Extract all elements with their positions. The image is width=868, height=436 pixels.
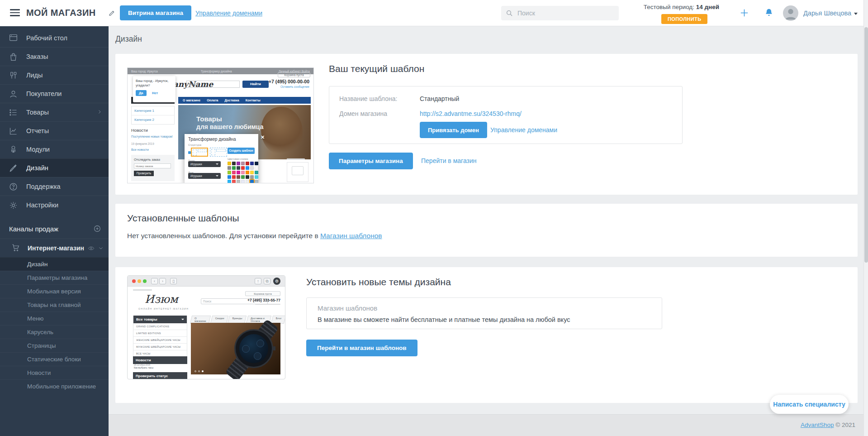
sidebar-item-orders[interactable]: Заказы — [0, 47, 109, 66]
sidebar-subitem-carousel[interactable]: Карусель — [0, 325, 109, 339]
demo-news-title: Новости — [131, 128, 148, 133]
color-swatch — [255, 180, 258, 183]
sidebar-item-label: Лиды — [26, 72, 43, 79]
demo-track-button: Проверить — [134, 171, 154, 176]
current-template-thumbnail[interactable]: Ваш город: Иркутск Трансформер дизайна Л… — [127, 67, 314, 183]
color-scheme-label: Цветовая схема: — [228, 158, 249, 160]
hamburger-menu-icon[interactable] — [10, 9, 20, 17]
color-swatch — [241, 175, 245, 179]
text-bar — [133, 289, 152, 291]
template-name-label: Название шаблона: — [339, 95, 397, 102]
template-store-link[interactable]: Магазин шаблонов — [320, 232, 382, 240]
sidebar-subitem-design[interactable]: Дизайн — [0, 257, 109, 271]
sidebar-subitem-store-params[interactable]: Параметры магазина — [0, 271, 109, 284]
page-title: Дизайн — [115, 34, 142, 44]
channel-label: Интернет-магазин — [28, 244, 84, 252]
edit-pencil-icon[interactable] — [109, 9, 116, 19]
sidebar-subitem-menu[interactable]: Меню — [0, 311, 109, 325]
forward-icon: › — [159, 278, 166, 284]
bind-domain-button[interactable]: Привязать домен — [420, 122, 487, 138]
sidebar-item-customers[interactable]: Покупатели — [0, 84, 109, 103]
demo-news-link: Поступление новых товаров! — [131, 134, 173, 139]
sidebar-item-leads[interactable]: Лиды — [0, 66, 109, 84]
page-scrollbar[interactable] — [863, 0, 868, 436]
sidebar-item-label: Заказы — [26, 53, 48, 60]
search-box[interactable] — [501, 6, 619, 20]
color-swatch — [228, 162, 231, 165]
sidebar-panel-icon: ▯ — [170, 278, 177, 284]
sidebar-subitem-pages[interactable]: Страницы — [0, 339, 109, 352]
sidebar-item-reports[interactable]: Отчеты — [0, 121, 109, 140]
sidebar-item-dashboard[interactable]: Рабочий стол — [0, 29, 109, 47]
manage-domains-link[interactable]: Управление доменами — [195, 10, 262, 17]
sidebar-item-modules[interactable]: Модули — [0, 140, 109, 158]
leads-icon — [7, 71, 19, 80]
demo-product-card — [287, 162, 308, 182]
sidebar-item-design[interactable]: Дизайн — [0, 158, 109, 177]
demo-navbar: О магазинеОплата ДоставкаКонтакты — [178, 97, 311, 104]
sidebar-item-online-store[interactable]: Интернет-магазин — [0, 239, 109, 257]
goto-store-link[interactable]: Перейти в магазин — [421, 157, 477, 164]
store-domain-link[interactable]: http://s2.advantme.su/324530-rhmq/ — [420, 110, 522, 117]
advantshop-link[interactable]: AdvantShop — [801, 422, 834, 428]
color-swatch — [246, 166, 249, 170]
sidebar-item-products[interactable]: Товары — [0, 103, 109, 121]
sidebar-item-label: Отчеты — [26, 127, 49, 134]
theme-store-thumbnail[interactable]: ‹ › ▯ ↑ ⧉ ⚙ Изюм ОНЛАЙН ИНТЕРНЕТ-МАГАЗИН… — [127, 275, 285, 379]
color-swatch — [228, 175, 231, 179]
top-header: МОЙ МАГАЗИН Витрина магазина Управление … — [0, 0, 868, 26]
search-input[interactable] — [517, 9, 607, 17]
color-swatch — [232, 166, 236, 170]
color-swatch — [250, 166, 254, 170]
sidebar-item-settings[interactable]: Настройки — [0, 196, 109, 214]
sidebar-subitem-main-products[interactable]: Товары на главной — [0, 298, 109, 311]
chevron-down-icon[interactable] — [98, 245, 104, 251]
notifications-bell-icon[interactable] — [764, 8, 774, 19]
cart-icon — [7, 243, 20, 254]
sidebar-subitem-mobile-app[interactable]: Мобильное приложение — [0, 379, 109, 393]
scrollbar-thumb[interactable] — [864, 27, 868, 263]
search-icon — [506, 10, 513, 17]
city-yes-button: Да — [136, 90, 147, 96]
theme-store-box-title: Магазин шаблонов — [318, 304, 377, 312]
reports-chart-icon — [7, 126, 19, 136]
color-swatch — [246, 162, 249, 165]
color-swatch — [255, 162, 258, 165]
goto-theme-store-button[interactable]: Перейти в магазин шаблонов — [306, 340, 417, 356]
color-swatches — [228, 162, 258, 183]
sidebar-subitem-mobile-version[interactable]: Мобильная версия — [0, 284, 109, 298]
mac-minimize-dot — [138, 279, 141, 283]
color-swatch — [246, 171, 249, 174]
user-avatar[interactable] — [783, 5, 798, 21]
eye-icon[interactable] — [88, 245, 95, 252]
separator: | — [485, 126, 487, 134]
sidebar-item-support[interactable]: Поддержка — [0, 177, 109, 196]
theme-select: Игрушки — [188, 161, 221, 167]
chat-specialist-button[interactable]: Написать специалисту — [770, 395, 849, 414]
create-template-button: Создать шаблон — [228, 148, 255, 154]
user-menu[interactable]: Дарья Швецова — [803, 10, 858, 17]
sidebar-subitem-news[interactable]: Новости — [0, 366, 109, 379]
store-params-button[interactable]: Параметры магазина — [329, 153, 413, 169]
demo-track-order-box: Отследить заказ Проверить — [131, 155, 175, 181]
sidebar-subitem-static-blocks[interactable]: Статические блоки — [0, 352, 109, 366]
manage-domains-link-2[interactable]: Управление доменами — [490, 126, 557, 134]
sales-channels-label: Каналы продаж — [9, 225, 58, 233]
storefront-button[interactable]: Витрина магазина — [120, 5, 191, 20]
topup-button[interactable]: ПОПОЛНИТЬ — [661, 14, 707, 24]
browser-topbar: ‹ › ▯ ↑ ⧉ ⚙ — [128, 276, 285, 287]
demo-track-input — [134, 163, 171, 168]
color-swatch — [237, 166, 240, 170]
background-select: Игрушки — [188, 173, 221, 179]
products-list-icon — [7, 108, 19, 117]
design-brush-icon — [7, 163, 19, 173]
izum-cart-button: Корзина пуста — [245, 291, 280, 296]
color-swatch — [228, 171, 231, 174]
color-swatch — [241, 171, 245, 174]
add-channel-plus-icon[interactable] — [93, 225, 101, 233]
add-plus-icon[interactable] — [739, 8, 749, 20]
dog-photo — [261, 107, 303, 156]
chevron-right-icon — [97, 108, 102, 116]
color-swatch — [250, 180, 254, 183]
customers-icon — [7, 89, 19, 99]
